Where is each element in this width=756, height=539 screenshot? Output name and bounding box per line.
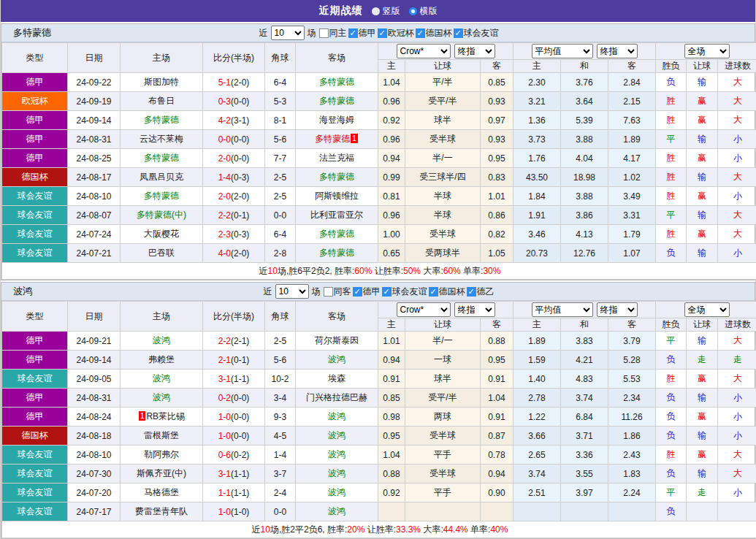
league-filter-checkbox-3[interactable]: ✓球会友谊 (454, 27, 499, 39)
result-goals: 小 (718, 130, 756, 149)
checkbox-unchecked-icon[interactable] (324, 287, 333, 297)
handicap-line: 受半球 (405, 225, 481, 244)
away-team-cell: 波鸿 (296, 408, 378, 427)
home-team-cell: 波鸿 (121, 389, 203, 408)
average-index-select[interactable]: 终指 (597, 44, 638, 58)
same-venue-checkbox[interactable]: 同主 (319, 27, 347, 39)
radio-unchecked-icon[interactable] (372, 7, 380, 15)
checkbox-checked-icon[interactable]: ✓ (454, 28, 463, 38)
checkbox-checked-icon[interactable]: ✓ (416, 28, 425, 38)
league-filter-checkbox-0[interactable]: ✓德甲 (348, 27, 376, 39)
summary-value: 50% (403, 266, 421, 276)
league-filter-checkbox-2[interactable]: ✓德国杯 (416, 27, 452, 39)
home-team-name: 多特蒙德 (144, 115, 179, 125)
bookmaker-select[interactable]: Crow* (397, 302, 451, 317)
col-header-0: 类型 (2, 302, 68, 332)
home-team-cell: 凤凰吕贝克 (121, 168, 203, 187)
league-filter-checkbox-0[interactable]: ✓德甲 (353, 286, 381, 298)
average-index-select[interactable]: 终指 (597, 302, 638, 317)
handicap-away-odds: 0.82 (481, 225, 513, 244)
handicap-away-odds: 1.05 (481, 244, 513, 263)
col-header-4: 角球 (265, 43, 296, 73)
checkbox-unchecked-icon[interactable] (319, 28, 329, 38)
handicap-index-select[interactable]: 终指 (454, 44, 495, 58)
average-select[interactable]: 平均值 (532, 302, 593, 317)
league-filter-checkbox-1[interactable]: ✓欧冠杯 (378, 27, 414, 39)
full-time-score: 0-6 (218, 450, 231, 460)
league-filter-checkbox-3[interactable]: ✓德乙 (467, 286, 495, 298)
result-handicap: 走 (687, 351, 718, 370)
table-row: 德国杯24-08-17凤凰吕贝克1-4(0-3)2-5多特蒙德0.99受三球半/… (2, 168, 756, 187)
corner-cell: 10-2 (265, 370, 296, 389)
sub-header-1: 让球 (405, 318, 481, 332)
score-cell: 2-0(0-0) (203, 149, 265, 168)
handicap-index-select[interactable]: 终指 (454, 302, 495, 317)
table-row: 德甲24-08-31云达不莱梅0-0(0-0)5-6多特蒙德10.96受半球0.… (2, 130, 756, 149)
score-cell: 2-2(2-1) (203, 332, 265, 351)
checkbox-checked-icon[interactable]: ✓ (429, 287, 438, 297)
summary-value: 10 (268, 266, 278, 276)
corner-cell: 0-0 (265, 206, 296, 225)
home-team-cell: 波鸿 (121, 370, 203, 389)
full-time-score: 2-0 (218, 191, 231, 202)
layout-radio-horizontal[interactable]: 横版 (409, 5, 438, 18)
handicap-away-odds: 0.83 (481, 168, 513, 187)
layout-radio-vertical[interactable]: 竖版 (372, 5, 400, 18)
league-filter-checkbox-1[interactable]: ✓球会友谊 (382, 286, 427, 298)
home-team-cell: 巴吞联 (121, 244, 203, 263)
checkbox-checked-icon[interactable]: ✓ (353, 287, 362, 297)
date-cell: 24-08-10 (68, 187, 121, 206)
home-team-name: 巴吞联 (148, 248, 175, 258)
match-count-select[interactable]: 10 (271, 26, 305, 40)
summary-text: 场,胜2平2负6, 胜率: (270, 524, 347, 535)
radio-checked-icon[interactable] (409, 7, 417, 15)
sub-header-2: 客 (481, 60, 513, 73)
checkbox-checked-icon[interactable]: ✓ (467, 287, 476, 297)
result-handicap: 赢 (687, 187, 718, 206)
full-time-score: 0-0 (218, 134, 231, 145)
home-team-name: 凤凰吕贝克 (140, 172, 183, 182)
home-team-name: 大阪樱花 (144, 229, 179, 239)
handicap-line: 受半球 (405, 465, 481, 483)
score-cell: 2-3(0-3) (203, 225, 265, 244)
table-row: 球会友谊24-09-05波鸿3-1(1-1)10-2埃森0.91球半0.911.… (2, 370, 756, 389)
avg-draw-odds (561, 502, 608, 521)
corner-cell: 5-6 (265, 130, 296, 149)
bookmaker-select[interactable]: Crow* (397, 44, 451, 58)
away-team-name: 多特蒙德 (319, 229, 354, 239)
col-header-3: 比分(半场) (203, 43, 265, 73)
summary-value: 60% (354, 266, 372, 276)
avg-home-odds: 3.21 (513, 92, 561, 111)
result-handicap: 赢 (687, 370, 718, 389)
league-cell: 德甲 (2, 111, 68, 130)
date-cell: 24-08-25 (68, 149, 121, 168)
league-filter-checkbox-2[interactable]: ✓德国杯 (429, 286, 465, 298)
handicap-away-odds: 0.86 (481, 206, 513, 225)
checkbox-checked-icon[interactable]: ✓ (348, 28, 358, 38)
handicap-home-odds: 1.01 (378, 332, 405, 351)
table-row: 德甲24-09-21波鸿2-2(2-1)2-5荷尔斯泰因1.01半/一0.881… (2, 332, 756, 351)
home-team-cell: 弗赖堡 (121, 351, 203, 370)
checkbox-checked-icon[interactable]: ✓ (378, 28, 387, 38)
result-handicap: 赢 (687, 111, 718, 130)
result-outcome: 负 (656, 244, 687, 263)
scope-select[interactable]: 全场 (684, 302, 730, 317)
away-team-name: 多特蒙德 (315, 134, 350, 144)
checkbox-checked-icon[interactable]: ✓ (382, 287, 392, 297)
match-count-select[interactable]: 10 (275, 284, 309, 299)
recent-results-page: 近期战绩 竖版 横版 多特蒙德 近10场同主✓德甲✓欧冠杯✓德国杯✓球会友谊 类… (0, 0, 756, 539)
home-team-cell: 勒阿弗尔 (121, 446, 203, 465)
home-team-cell: 波鸿 (121, 332, 203, 351)
result-handicap: 赢 (687, 149, 718, 168)
home-team-cell: 多特蒙德 (121, 111, 203, 130)
handicap-away-odds: 0.78 (481, 446, 513, 465)
col-header-0: 类型 (2, 43, 68, 73)
avg-away-odds: 1.07 (608, 244, 656, 263)
date-cell: 24-09-22 (68, 73, 121, 92)
same-venue-checkbox[interactable]: 同客 (324, 286, 351, 298)
home-team-name: 多特蒙德(中) (137, 210, 186, 220)
result-goals: 大 (718, 370, 756, 389)
scope-select[interactable]: 全场 (684, 44, 730, 58)
average-select[interactable]: 平均值 (532, 44, 593, 58)
result-goals: 小 (718, 244, 756, 263)
